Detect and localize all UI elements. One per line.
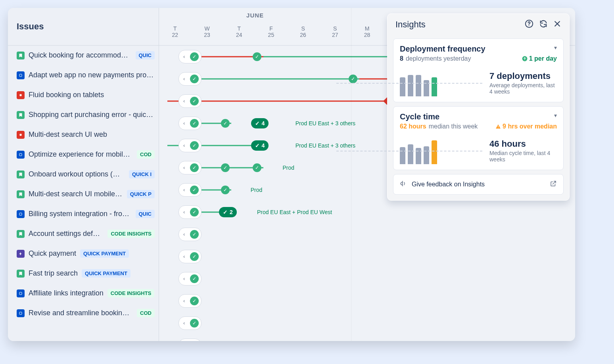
cycle-bars — [400, 137, 482, 164]
chevron-down-icon[interactable]: ▾ — [554, 44, 557, 51]
issue-type-icon — [17, 289, 25, 297]
issue-title: Multi-dest search UI mobileweb — [29, 190, 123, 198]
check-icon: ✓ — [190, 230, 199, 239]
megaphone-icon — [400, 180, 407, 189]
epic-badge: QUIC — [136, 210, 155, 218]
check-icon: ✓ — [190, 297, 199, 305]
svg-rect-2 — [20, 134, 22, 136]
cycle-warning: 9 hrs over median — [495, 123, 557, 130]
chart-bar — [408, 75, 413, 96]
issue-row[interactable]: Onboard workout options (OWO)QUICK I — [8, 165, 159, 184]
check-icon: ✓ — [190, 341, 199, 341]
issue-title: Quick payment — [29, 249, 76, 258]
timeline-day: W23 — [191, 25, 223, 45]
deploy-start-pill[interactable]: ‹✓ — [178, 250, 201, 263]
issue-title: Multi-dest search UI web — [29, 130, 107, 139]
refresh-icon[interactable] — [539, 19, 548, 30]
epic-badge: QUICK I — [129, 170, 155, 178]
issue-row[interactable]: Shopping cart purchasing error - quick f… — [8, 105, 159, 125]
issue-type-icon — [17, 309, 25, 317]
deploy-count-pill[interactable]: ✓4 — [251, 140, 269, 151]
timeline-row[interactable]: ‹✓✓2Prod EU East + Prod EU West — [159, 201, 575, 223]
timeline-row[interactable]: ‹✓ — [159, 223, 575, 245]
card-cycle-time[interactable]: Cycle time ▾ 62 hours median this week 9… — [393, 106, 564, 170]
issue-row[interactable]: Quick booking for accommodationsQUIC — [8, 46, 159, 65]
deploy-count-pill[interactable]: ✓4 — [251, 118, 269, 128]
external-link-icon — [550, 180, 557, 189]
check-icon: ✓ — [190, 52, 199, 61]
chart-bar — [408, 144, 413, 165]
timeline-row[interactable]: ‹✓ — [159, 290, 575, 312]
environment-label: Prod EU East + Prod EU West — [257, 209, 332, 215]
svg-rect-1 — [20, 94, 22, 96]
timeline-day: T22 — [159, 25, 191, 45]
svg-rect-10 — [498, 126, 498, 127]
close-icon[interactable] — [553, 20, 561, 29]
chart-bar — [424, 146, 429, 164]
epic-badge: QUICK P — [127, 190, 155, 198]
check-icon: ✓ — [349, 75, 357, 83]
deploy-start-pill[interactable]: ‹✓ — [178, 205, 201, 219]
issue-row[interactable]: Affiliate links integrationCODE INSIGHTS — [8, 284, 159, 303]
svg-rect-11 — [498, 128, 498, 128]
issue-type-icon — [17, 270, 25, 278]
issue-row[interactable]: Account settings defaultsCODE INSIGHTS — [8, 224, 159, 244]
timeline-day: S27 — [319, 25, 351, 45]
help-icon[interactable] — [525, 19, 533, 30]
chevron-left-icon: ‹ — [180, 276, 188, 282]
issue-title: Account settings defaults — [29, 230, 104, 238]
deploy-start-pill[interactable]: ‹✓ — [178, 94, 201, 108]
deploy-start-pill[interactable]: ‹✓ — [178, 117, 201, 130]
chevron-left-icon: ‹ — [180, 320, 188, 326]
issues-header: Issues — [8, 8, 159, 46]
chevron-left-icon: ‹ — [180, 165, 188, 171]
deploy-start-pill[interactable]: ‹✓ — [178, 72, 201, 86]
deploy-start-pill[interactable]: ‹✓ — [178, 272, 201, 285]
issue-row[interactable]: Billing system integration - frontendQUI… — [8, 204, 159, 224]
deploy-start-pill[interactable]: ‹✓ — [178, 183, 201, 197]
timeline-row[interactable]: ‹✓ — [159, 334, 575, 341]
deploy-count-pill[interactable]: ✓2 — [219, 207, 237, 217]
check-icon: ✓ — [190, 208, 199, 216]
issue-row[interactable]: Multi-dest search UI web — [8, 125, 159, 145]
issue-type-icon — [17, 52, 25, 59]
timeline-row[interactable]: ‹✓ — [159, 268, 575, 290]
issue-row[interactable]: Fast trip searchQUICK PAYMENT — [8, 264, 159, 284]
deploy-start-pill[interactable]: ‹✓ — [178, 316, 201, 330]
feedback-link[interactable]: Give feedback on Insights — [393, 174, 564, 195]
chart-bar — [400, 77, 405, 96]
deploy-count-suffix: deployments yesterday — [406, 55, 471, 62]
epic-badge: COD — [137, 150, 155, 159]
chevron-down-icon[interactable]: ▾ — [554, 112, 557, 119]
deploy-start-pill[interactable]: ‹✓ — [178, 161, 201, 174]
timeline-segment — [200, 100, 391, 102]
epic-badge: CODE INSIGHTS — [107, 230, 155, 238]
deploy-start-pill[interactable]: ‹✓ — [178, 294, 201, 308]
deploy-start-pill[interactable]: ‹✓ — [178, 139, 201, 152]
check-icon: ✓ — [221, 119, 230, 128]
deploy-count: 8 — [400, 55, 403, 62]
issue-type-icon — [17, 250, 25, 258]
timeline-row[interactable]: ‹✓ — [159, 312, 575, 334]
chart-bar — [416, 75, 421, 96]
chevron-left-icon: ‹ — [180, 142, 188, 148]
issue-title: Onboard workout options (OWO) — [29, 170, 125, 178]
chevron-left-icon: ‹ — [180, 76, 188, 82]
epic-badge: QUICK PAYMENT — [80, 249, 129, 258]
card-deployment-frequency[interactable]: Deployment frequency ▾ 8 deployments yes… — [393, 38, 564, 102]
environment-label: Prod — [282, 165, 294, 171]
issue-row[interactable]: Optimize experience for mobile webCOD — [8, 145, 159, 165]
issue-row[interactable]: Multi-dest search UI mobilewebQUICK P — [8, 184, 159, 204]
environment-label: Prod EU East + 3 others — [295, 142, 355, 149]
issue-row[interactable]: Quick paymentQUICK PAYMENT — [8, 244, 159, 264]
issue-row[interactable]: Revise and streamline booking flowCOD — [8, 303, 159, 323]
issue-row[interactable]: Fluid booking on tablets — [8, 85, 159, 105]
deploy-start-pill[interactable]: ‹✓ — [178, 228, 201, 241]
timeline-row[interactable]: ‹✓ — [159, 245, 575, 268]
issue-type-icon — [17, 151, 25, 159]
deploy-start-pill[interactable]: ‹✓ — [178, 50, 201, 63]
issue-row[interactable]: Adapt web app no new payments provide — [8, 65, 159, 85]
cycle-chart-text: 46 hours Median cycle time, last 4 weeks — [489, 139, 557, 163]
deploy-start-pill[interactable]: ‹✓ — [178, 339, 201, 341]
svg-rect-5 — [19, 292, 22, 295]
